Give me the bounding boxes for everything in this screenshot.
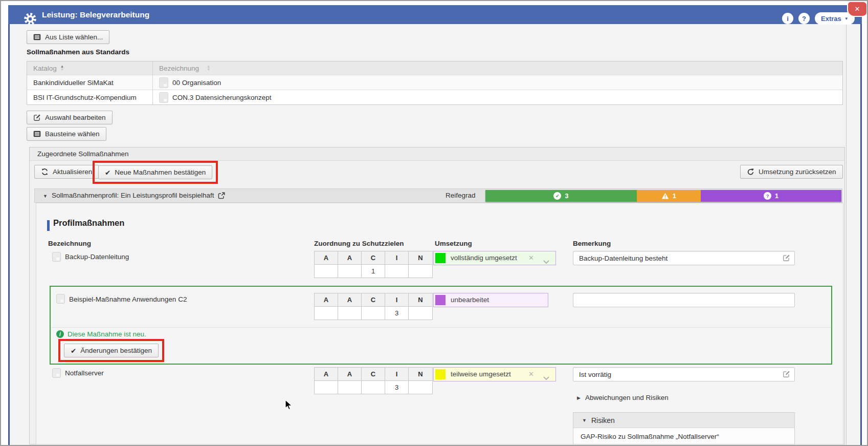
assigned-section-header: Zugeordnete Sollmaßnahmen: [29, 147, 845, 161]
table-row[interactable]: BSI IT-Grundschutz-Kompendium CON.3 Date…: [27, 90, 842, 104]
sort-desc-icon: ▼: [60, 68, 64, 72]
schutzziel-value[interactable]: [338, 381, 362, 394]
help-button[interactable]: ?: [798, 13, 810, 24]
collapse-caret-icon[interactable]: ▼: [43, 194, 48, 199]
profile-title: Sollmaßnahmenprofil: Ein Leistungsprofil…: [52, 192, 225, 199]
measures-heading: Profilmaßnahmen: [53, 218, 124, 228]
schutzziele-value-row: 1: [315, 265, 432, 278]
choose-from-list-button[interactable]: Aus Liste wählen...: [27, 30, 109, 44]
risk-list-item[interactable]: GAP-Risiko zu Sollmaßnahme „Notfallserve…: [573, 428, 794, 444]
bemerkung-input[interactable]: [573, 251, 795, 265]
reset-implementation-button[interactable]: Umsetzung zurücksetzen: [740, 165, 843, 179]
column-label-bezeichnung: Bezeichnung: [48, 240, 91, 247]
schutzziel-column: N: [409, 293, 432, 306]
check-icon: ✔: [71, 347, 76, 355]
confirm-changes-label: Änderungen bestätigen: [80, 347, 152, 354]
document-icon: [159, 77, 168, 88]
schutzziel-value[interactable]: [409, 381, 432, 394]
profile-title-text: Sollmaßnahmenprofil: Ein Leistungsprofil…: [52, 192, 214, 199]
edit-icon[interactable]: [783, 254, 790, 264]
confirm-new-measures-button[interactable]: ✔ Neue Maßnahmen bestätigen: [98, 165, 212, 179]
refresh-icon: [41, 168, 49, 176]
schutzziel-column: A: [315, 251, 338, 264]
column-header-bezeichnung[interactable]: Bezeichnung ▲▼: [152, 61, 842, 75]
status-color-chip: [435, 253, 446, 263]
schutzziel-value[interactable]: [362, 381, 385, 394]
measure-checkbox[interactable]: [52, 252, 61, 262]
refresh-label: Aktualisieren: [53, 168, 92, 176]
window-border-left: [8, 24, 10, 446]
umsetzung-select[interactable]: unbearbeitet: [433, 293, 548, 307]
chevron-down-icon[interactable]: [543, 257, 549, 266]
bemerkung-input[interactable]: [573, 293, 795, 307]
heading-accent-bar: [47, 220, 50, 231]
umsetzung-select[interactable]: vollständig umgesetzt ✕: [433, 251, 556, 265]
schutzziel-column: C: [362, 293, 385, 306]
schutzziel-value[interactable]: [315, 265, 338, 278]
schutzziel-value[interactable]: [409, 307, 432, 320]
assigned-heading: Zugeordnete Sollmaßnahmen: [37, 150, 129, 158]
schutzziel-column: A: [315, 368, 338, 380]
schutzziel-value[interactable]: [409, 265, 432, 278]
reset-implementation-label: Umsetzung zurücksetzen: [759, 168, 836, 176]
risks-panel-header[interactable]: ▼ Risiken: [573, 413, 794, 428]
column-label-bemerkung: Bemerkung: [573, 240, 611, 247]
deviations-expander[interactable]: ▶ Abweichungen und Risiken: [577, 394, 669, 401]
risks-panel: ▼ Risiken GAP-Risiko zu Sollmaßnahme „No…: [573, 412, 795, 444]
column-header-katalog[interactable]: Katalog ▲▼: [27, 65, 152, 72]
confirm-changes-button[interactable]: ✔ Änderungen bestätigen: [64, 344, 159, 357]
schutzziel-column: A: [315, 293, 338, 306]
schutzziel-value[interactable]: [385, 265, 409, 278]
measure-checkbox[interactable]: [52, 368, 61, 378]
sort-icons[interactable]: ▲▼: [60, 65, 64, 72]
schutzziele-header-row: A A C I N: [315, 293, 432, 307]
caret-right-icon: ▶: [577, 395, 581, 400]
bemerkung-field: [573, 251, 795, 265]
table-row[interactable]: Bankindividueller SiMaKat 00 Organisatio…: [27, 75, 842, 90]
schutzziel-value[interactable]: [315, 307, 338, 320]
external-link-icon[interactable]: [218, 192, 225, 199]
schutzziel-value[interactable]: [338, 265, 362, 278]
refresh-button[interactable]: Aktualisieren: [34, 165, 99, 179]
screenshot-root: Leistung: Belegverarbeitung i ? Extras ▼…: [0, 0, 868, 446]
chevron-down-icon[interactable]: [543, 373, 549, 382]
column-label-schutzziele: Zuordnung zu Schutzzielen: [314, 240, 404, 247]
info-circle-icon: i: [56, 330, 64, 338]
standards-heading: Sollmaßnahmen aus Standards: [27, 48, 129, 56]
info-button[interactable]: i: [782, 13, 793, 24]
profile-header-row: ▼ Sollmaßnahmenprofil: Ein Leistungsprof…: [34, 188, 842, 203]
caret-down-icon: ▼: [582, 418, 587, 423]
measure-checkbox[interactable]: [56, 294, 65, 304]
bemerkung-input[interactable]: [573, 367, 795, 381]
schutzziele-table: A A C I N 3: [314, 367, 433, 394]
edit-selection-button[interactable]: Auswahl bearbeiten: [27, 111, 113, 124]
sort-icons[interactable]: ▲▼: [207, 65, 210, 72]
clear-icon[interactable]: ✕: [528, 251, 534, 265]
schutzziel-value[interactable]: [315, 381, 338, 394]
edit-icon[interactable]: [783, 370, 790, 380]
maturity-segment-implemented: ✔ 3: [485, 190, 637, 202]
umsetzung-select[interactable]: teilweise umgesetzt ✕: [433, 367, 556, 381]
close-icon: ✕: [855, 5, 860, 13]
katalog-cell: Bankindividueller SiMaKat: [27, 79, 152, 87]
choose-modules-label: Bausteine wählen: [45, 130, 100, 138]
maturity-count: 3: [565, 193, 568, 200]
measure-label: Beispiel-Maßnahme Anwendungen C2: [69, 295, 187, 303]
schutzziele-table: A A C I N 3: [314, 293, 433, 320]
schutzziel-value[interactable]: 1: [362, 265, 385, 278]
extras-label: Extras: [821, 15, 841, 23]
window-border-right: [860, 24, 862, 446]
status-label: vollständig umgesetzt: [451, 251, 517, 265]
close-button[interactable]: ✕: [847, 2, 866, 17]
schutzziel-value[interactable]: [362, 307, 385, 320]
schutzziel-value[interactable]: 3: [385, 307, 409, 320]
schutzziel-value[interactable]: [338, 307, 362, 320]
choose-modules-button[interactable]: Bausteine wählen: [27, 127, 106, 141]
schutzziel-value[interactable]: 3: [385, 381, 409, 394]
measure-label: Notfallserver: [65, 369, 104, 377]
clear-icon[interactable]: ✕: [528, 368, 534, 381]
bezeichnung-cell: CON.3 Datensicherungskonzept: [172, 94, 272, 101]
vertical-scrollbar[interactable]: [846, 24, 860, 446]
maturity-segment-open: ? 1: [701, 190, 841, 202]
gear-icon: [23, 12, 37, 26]
